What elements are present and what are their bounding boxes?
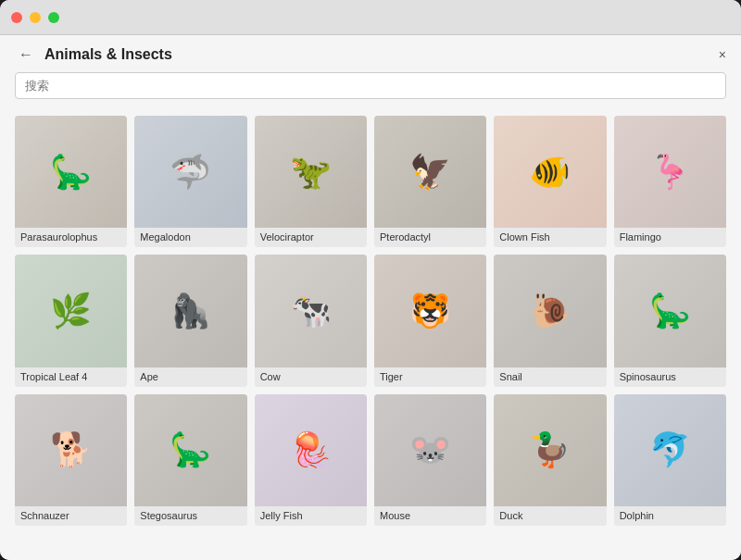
animal-label-megalodon: Megalodon xyxy=(134,228,246,247)
titlebar xyxy=(0,0,741,35)
header: ← Animals & Insects × xyxy=(0,35,741,72)
minimize-traffic-light[interactable] xyxy=(30,12,41,23)
grid-item-mouse[interactable]: 🐭Mouse xyxy=(374,394,486,526)
content-area: ← Animals & Insects × 🦕Parasaurolophus🦈M… xyxy=(0,35,741,560)
animal-label-schnauzer: Schnauzer xyxy=(15,506,127,526)
grid-item-dolphin[interactable]: 🐬Dolphin xyxy=(614,394,726,526)
animal-label-velociraptor: Velociraptor xyxy=(255,228,367,247)
animal-icon-dolphin: 🐬 xyxy=(649,433,691,467)
grid-item-megalodon[interactable]: 🦈Megalodon xyxy=(134,116,246,247)
animal-label-duck: Duck xyxy=(494,506,606,526)
animal-image-megalodon: 🦈 xyxy=(134,116,246,228)
animal-icon-spinosaurus: 🦕 xyxy=(649,294,691,328)
close-traffic-light[interactable] xyxy=(11,12,22,23)
animal-icon-pterodactyl: 🦅 xyxy=(409,156,451,189)
grid-item-duck[interactable]: 🦆Duck xyxy=(494,394,606,526)
animal-label-ape: Ape xyxy=(134,367,246,387)
search-container xyxy=(0,72,741,108)
animal-label-dolphin: Dolphin xyxy=(614,506,726,526)
animal-icon-schnauzer: 🐕 xyxy=(50,433,92,467)
animal-icon-duck: 🦆 xyxy=(529,433,571,467)
animal-image-spinosaurus: 🦕 xyxy=(614,255,726,367)
animal-image-cow: 🐄 xyxy=(255,255,367,367)
main-window: ← Animals & Insects × 🦕Parasaurolophus🦈M… xyxy=(0,0,741,560)
animal-icon-snail: 🐌 xyxy=(529,294,571,328)
animal-icon-flamingo: 🦩 xyxy=(649,156,691,189)
animal-label-flamingo: Flamingo xyxy=(614,228,726,247)
grid-item-schnauzer[interactable]: 🐕Schnauzer xyxy=(15,394,127,526)
animal-icon-cow: 🐄 xyxy=(290,294,332,328)
animal-label-tropicalleaf: Tropical Leaf 4 xyxy=(15,367,127,387)
animal-image-schnauzer: 🐕 xyxy=(15,394,127,506)
grid-item-tiger[interactable]: 🐯Tiger xyxy=(374,255,486,386)
animal-label-cow: Cow xyxy=(255,367,367,387)
page-title: Animals & Insects xyxy=(44,46,172,63)
animal-icon-parasaurolophus: 🦕 xyxy=(50,156,92,189)
animal-image-stegosaurus: 🦕 xyxy=(134,394,246,506)
animal-image-tropicalleaf: 🌿 xyxy=(15,255,127,367)
animal-icon-ape: 🦍 xyxy=(170,294,211,328)
animal-label-spinosaurus: Spinosaurus xyxy=(614,367,726,387)
animal-image-velociraptor: 🦖 xyxy=(255,116,367,228)
animal-icon-jellyfish: 🪼 xyxy=(290,433,332,467)
animal-icon-tiger: 🐯 xyxy=(409,294,451,328)
animal-icon-tropicalleaf: 🌿 xyxy=(50,294,92,328)
close-button[interactable]: × xyxy=(719,48,726,61)
grid-item-stegosaurus[interactable]: 🦕Stegosaurus xyxy=(134,394,246,526)
animal-image-jellyfish: 🪼 xyxy=(255,394,367,506)
search-input[interactable] xyxy=(15,72,726,99)
animal-grid: 🦕Parasaurolophus🦈Megalodon🦖Velociraptor🦅… xyxy=(15,116,734,526)
animal-icon-megalodon: 🦈 xyxy=(170,156,211,189)
animal-label-snail: Snail xyxy=(494,367,606,387)
animal-image-mouse: 🐭 xyxy=(374,394,486,506)
grid-item-velociraptor[interactable]: 🦖Velociraptor xyxy=(255,116,367,247)
animal-icon-stegosaurus: 🦕 xyxy=(170,433,211,467)
grid-item-clownfish[interactable]: 🐠Clown Fish xyxy=(494,116,606,247)
grid-item-tropicalleaf[interactable]: 🌿Tropical Leaf 4 xyxy=(15,255,127,386)
animal-label-stegosaurus: Stegosaurus xyxy=(134,506,246,526)
animal-image-parasaurolophus: 🦕 xyxy=(15,116,127,228)
grid-item-snail[interactable]: 🐌Snail xyxy=(494,255,606,386)
animal-image-dolphin: 🐬 xyxy=(614,394,726,506)
animal-image-pterodactyl: 🦅 xyxy=(374,116,486,228)
animal-image-snail: 🐌 xyxy=(494,255,606,367)
animal-image-flamingo: 🦩 xyxy=(614,116,726,228)
animal-label-jellyfish: Jelly Fish xyxy=(255,506,367,526)
grid-item-spinosaurus[interactable]: 🦕Spinosaurus xyxy=(614,255,726,386)
grid-item-flamingo[interactable]: 🦩Flamingo xyxy=(614,116,726,247)
animal-icon-clownfish: 🐠 xyxy=(529,156,571,189)
animal-image-duck: 🦆 xyxy=(494,394,606,506)
maximize-traffic-light[interactable] xyxy=(48,12,59,23)
back-button[interactable]: ← xyxy=(15,44,37,65)
traffic-lights xyxy=(11,12,59,23)
animal-label-pterodactyl: Pterodactyl xyxy=(374,228,486,247)
grid-item-parasaurolophus[interactable]: 🦕Parasaurolophus xyxy=(15,116,127,247)
grid-item-pterodactyl[interactable]: 🦅Pterodactyl xyxy=(374,116,486,247)
animal-icon-velociraptor: 🦖 xyxy=(290,156,332,189)
animal-icon-mouse: 🐭 xyxy=(409,433,451,467)
animal-label-parasaurolophus: Parasaurolophus xyxy=(15,228,127,247)
grid-container[interactable]: 🦕Parasaurolophus🦈Megalodon🦖Velociraptor🦅… xyxy=(0,108,741,560)
animal-label-tiger: Tiger xyxy=(374,367,486,387)
animal-image-clownfish: 🐠 xyxy=(494,116,606,228)
animal-image-tiger: 🐯 xyxy=(374,255,486,367)
animal-label-clownfish: Clown Fish xyxy=(494,228,606,247)
grid-item-ape[interactable]: 🦍Ape xyxy=(134,255,246,386)
animal-image-ape: 🦍 xyxy=(134,255,246,367)
animal-label-mouse: Mouse xyxy=(374,506,486,526)
grid-item-cow[interactable]: 🐄Cow xyxy=(255,255,367,386)
grid-item-jellyfish[interactable]: 🪼Jelly Fish xyxy=(255,394,367,526)
